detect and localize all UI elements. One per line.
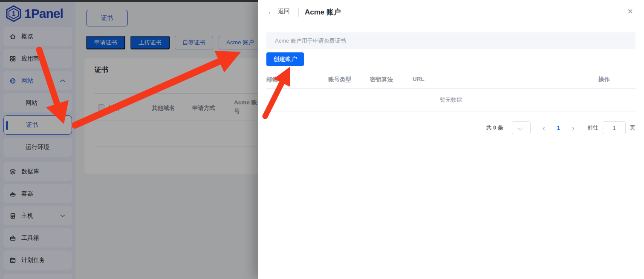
current-page[interactable]: 1: [557, 124, 560, 131]
back-arrow-icon: ←: [267, 8, 274, 15]
drawer-title: Acme 账户: [305, 7, 341, 17]
back-button[interactable]: ← 返回: [267, 8, 290, 15]
column-header-actions[interactable]: 操作: [598, 76, 610, 83]
goto-page-input[interactable]: [603, 121, 626, 134]
page-size-select[interactable]: [512, 121, 531, 134]
acme-account-drawer: ← 返回 Acme 账户 × Acme 账户用于申请免费证书 创建账户 邮箱 账…: [258, 0, 644, 279]
divider: [266, 71, 635, 71]
divider: [266, 112, 635, 112]
column-header-account-type[interactable]: 账号类型: [328, 76, 351, 83]
divider: [266, 88, 635, 89]
header-divider: [298, 8, 299, 17]
screen: 1 1Panel 概览: [0, 0, 644, 279]
goto-unit-label: 页: [630, 124, 635, 132]
pagination-total: 共 0 条: [486, 124, 503, 132]
next-page-button[interactable]: ›: [572, 124, 575, 132]
divider: [258, 25, 644, 25]
create-account-button[interactable]: 创建账户: [266, 52, 304, 66]
empty-state-text: 暂无数据: [266, 96, 635, 104]
info-text: Acme 账户用于申请免费证书: [275, 37, 346, 45]
column-header-email[interactable]: 邮箱: [266, 76, 278, 83]
info-banner: Acme 账户用于申请免费证书: [266, 32, 635, 49]
close-icon[interactable]: ×: [627, 5, 633, 18]
goto-label: 前往: [587, 124, 598, 132]
back-label: 返回: [278, 8, 290, 15]
column-header-key-algorithm[interactable]: 密钥算法: [370, 76, 393, 83]
chevron-down-icon: [518, 126, 523, 130]
drawer-header: ← 返回 Acme 账户 ×: [258, 0, 644, 25]
pagination: 共 0 条 ‹ 1 › 前往 页: [486, 121, 635, 134]
column-header-url[interactable]: URL: [413, 76, 425, 82]
prev-page-button[interactable]: ‹: [543, 124, 546, 132]
